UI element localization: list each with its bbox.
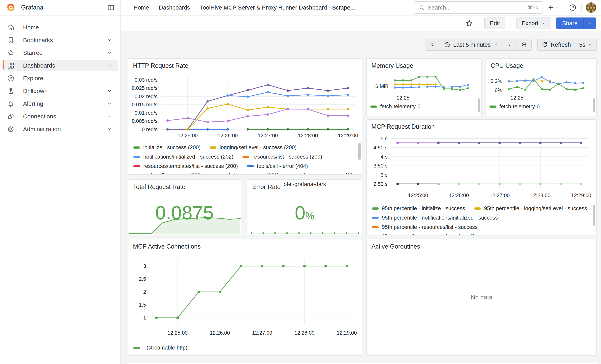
panel-title[interactable]: CPU Usage: [491, 62, 523, 69]
svg-text:2.5: 2.5: [139, 276, 146, 282]
svg-text:0%: 0%: [495, 87, 502, 93]
legend-item[interactable]: tools/call - success (200): [133, 172, 202, 174]
panel-mcp-request-duration: MCP Request Duration 5 s4.50 s4 s3.50 s3…: [366, 119, 597, 236]
chevron-down-icon[interactable]: [107, 126, 112, 132]
favorite-star-button[interactable]: [465, 19, 474, 28]
breadcrumb-separator: ›: [194, 4, 196, 11]
sidebar-item-dashboards: Dashboards: [2, 59, 118, 72]
svg-text:12:25: 12:25: [510, 95, 523, 100]
legend-item[interactable]: notifications/initialized - success (202…: [133, 154, 233, 160]
svg-text:0.03 req/s: 0.03 req/s: [135, 77, 158, 83]
svg-text:12:28:00: 12:28:00: [294, 330, 314, 336]
svg-text:0.025 req/s: 0.025 req/s: [132, 85, 158, 91]
refresh-interval-picker[interactable]: 5s: [575, 39, 597, 51]
legend-item[interactable]: fetch-telemetry-0: [490, 104, 540, 110]
legend-item[interactable]: resources/templates/list - success (200): [133, 163, 238, 169]
chevron-down-icon[interactable]: [107, 88, 112, 94]
legend-item[interactable]: 95th percentile - resources/templates/li…: [372, 234, 502, 235]
svg-text:12:27:00: 12:27:00: [490, 192, 510, 198]
time-range-picker[interactable]: Last 5 minutes: [440, 39, 502, 51]
bookmark-icon: [7, 36, 15, 44]
legend-item[interactable]: fetch-telemetry-0: [370, 104, 421, 110]
dock-sidebar-icon[interactable]: [107, 3, 115, 12]
legend-item[interactable]: logging/setLevel - success (200): [210, 144, 297, 151]
chevron-down-icon: [588, 42, 592, 47]
breadcrumb-dashboards[interactable]: Dashboards: [159, 4, 190, 11]
legend-row: fetch-telemetry-0: [490, 102, 589, 111]
svg-text:12:25:00: 12:25:00: [168, 330, 188, 336]
legend-label: notifications/initialized - success (202…: [143, 154, 233, 160]
avatar[interactable]: [586, 2, 596, 13]
legend-item[interactable]: initialize - success (200): [133, 144, 200, 151]
scrollbar[interactable]: [593, 205, 595, 226]
share-button[interactable]: Share: [556, 18, 583, 29]
share-menu-button[interactable]: [583, 18, 596, 29]
panel-title[interactable]: Error Rate: [252, 183, 281, 191]
legend-swatch: [372, 226, 379, 228]
svg-text:2.50 s: 2.50 s: [373, 181, 388, 187]
add-new-button[interactable]: [547, 4, 560, 11]
legend-row: 95th percentile - resources/list - succe…: [372, 223, 589, 232]
zoom-out-button[interactable]: [517, 39, 532, 51]
svg-text:3 s: 3 s: [381, 172, 388, 178]
time-forward-button[interactable]: [502, 39, 517, 51]
legend-item[interactable]: 95th percentile - initialize - success: [372, 206, 465, 212]
scrollbar[interactable]: [358, 143, 361, 160]
svg-text:3: 3: [143, 263, 146, 269]
legend-label: tools/list - success (200): [221, 172, 279, 174]
legend-item[interactable]: - (streamable-http): [133, 345, 187, 351]
http-request-rate-chart[interactable]: 0 req/s0.005 req/s0.01 req/s0.015 req/s0…: [131, 67, 358, 139]
cpu-usage-chart[interactable]: 0.2%0%12:25: [488, 70, 592, 100]
search-icon: [419, 4, 425, 11]
svg-text:12:26:00: 12:26:00: [218, 133, 238, 138]
chevron-down-icon: [541, 21, 546, 26]
export-button[interactable]: Export: [516, 18, 551, 29]
legend-item[interactable]: 95th percentile - resources/list - succe…: [372, 224, 478, 230]
refresh-button[interactable]: Refresh: [537, 39, 575, 51]
legend-item[interactable]: tools/call - error (404): [247, 163, 308, 169]
panel-title[interactable]: Memory Usage: [371, 62, 413, 69]
panel-title[interactable]: Total Request Rate: [133, 183, 185, 191]
legend-label: unknown - success (200): [298, 172, 354, 174]
memory-usage-chart[interactable]: 16 MiB12:25: [368, 70, 477, 100]
mcp-request-duration-chart[interactable]: 5 s4.50 s4 s3.50 s3 s2.50 s12:25:0012:26…: [370, 128, 592, 200]
error-rate-sparkline[interactable]: [250, 228, 360, 235]
scrollbar[interactable]: [593, 98, 595, 112]
edit-button[interactable]: Edit: [484, 18, 505, 29]
legend-item[interactable]: 95th percentile - notifications/initiali…: [372, 215, 498, 221]
legend-label: 95th percentile - logging/setLevel - suc…: [484, 206, 587, 212]
legend-item[interactable]: tools/list - success (200): [211, 172, 279, 174]
chevron-down-icon[interactable]: [107, 50, 112, 56]
scrollbar[interactable]: [478, 98, 480, 112]
svg-text:12:25:00: 12:25:00: [408, 192, 428, 198]
chevron-down-icon[interactable]: [107, 37, 112, 43]
legend-item[interactable]: unknown - success (200): [288, 172, 354, 174]
breadcrumb-home[interactable]: Home: [134, 4, 149, 11]
panel-error-rate: Error Rate otel-grafana-dark 0%: [247, 179, 362, 236]
chevron-down-icon: [493, 42, 498, 47]
time-back-button[interactable]: [425, 39, 440, 51]
legend-row: fetch-telemetry-0: [370, 102, 473, 111]
legend: - (streamable-http): [133, 343, 354, 355]
svg-text:2: 2: [143, 289, 146, 295]
svg-text:5 s: 5 s: [381, 136, 388, 141]
svg-text:0.005 req/s: 0.005 req/s: [132, 118, 158, 124]
legend-item[interactable]: 95th percentile - logging/setLevel - suc…: [474, 206, 587, 212]
star-icon: [7, 49, 15, 57]
legend-label: 95th percentile - resources/list - succe…: [382, 224, 478, 230]
help-button[interactable]: [569, 4, 577, 11]
mcp-active-connections-chart[interactable]: 32.521.5112:25:0012:26:0012:27:0012:28:0…: [131, 249, 358, 341]
legend-item[interactable]: resources/list - success (200): [242, 154, 322, 160]
legend-label: tools/call - error (404): [257, 163, 308, 169]
svg-text:4.50 s: 4.50 s: [373, 145, 388, 151]
svg-text:0.2%: 0.2%: [491, 78, 502, 84]
stat-value: 0.0875: [128, 203, 241, 222]
svg-text:12:25: 12:25: [397, 95, 410, 100]
panel-title[interactable]: MCP Active Connections: [133, 243, 201, 250]
chevron-down-icon[interactable]: [107, 113, 112, 119]
drag-overlay-label: otel-grafana-dark: [284, 181, 326, 187]
chevron-down-icon[interactable]: [107, 101, 112, 107]
legend-swatch: [370, 106, 377, 108]
chevron-down-icon[interactable]: [107, 63, 112, 69]
search-input[interactable]: Search... ⌘+k: [414, 1, 543, 14]
